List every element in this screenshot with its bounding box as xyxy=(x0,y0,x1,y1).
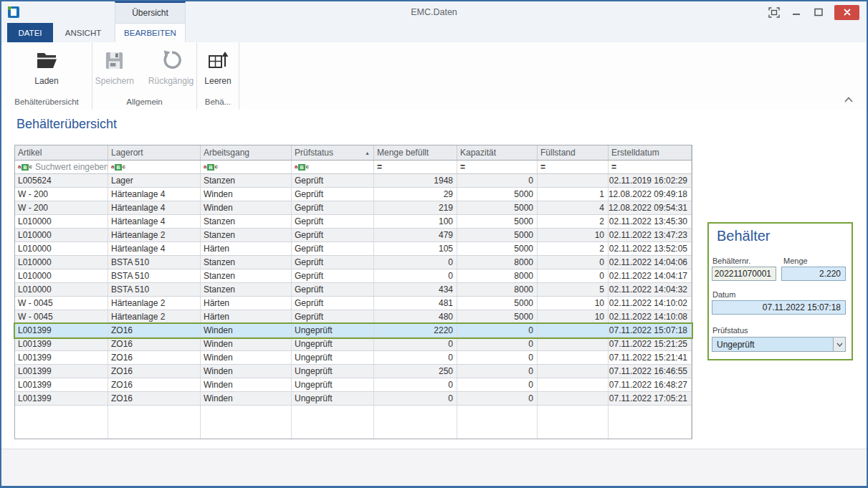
cell[interactable]: Härteanlage 2 xyxy=(108,310,201,323)
cell[interactable]: Winden xyxy=(201,365,292,378)
cell[interactable]: 5000 xyxy=(457,242,538,255)
cell[interactable] xyxy=(538,392,609,405)
cell[interactable]: Geprüft xyxy=(292,229,374,241)
cell[interactable]: 02.11.2022 14:04:17 xyxy=(609,269,692,282)
cell[interactable]: W - 0045 xyxy=(15,310,108,323)
cell[interactable]: 219 xyxy=(374,201,457,214)
cell[interactable]: 0 xyxy=(538,269,609,282)
cell[interactable]: 2 xyxy=(538,242,609,255)
cell[interactable]: L010000 xyxy=(15,269,108,282)
cell[interactable]: Stanzen xyxy=(201,283,292,296)
table-row[interactable]: W - 0045Härteanlage 2HärtenGeprüft480500… xyxy=(15,310,692,324)
cell[interactable]: Härteanlage 2 xyxy=(108,229,201,241)
cell[interactable]: Geprüft xyxy=(292,310,374,323)
close-button[interactable] xyxy=(834,5,859,20)
cell[interactable]: Geprüft xyxy=(292,174,374,187)
cell[interactable]: L001399 xyxy=(15,351,108,364)
cell[interactable]: BSTA 510 xyxy=(108,283,201,296)
cell[interactable]: L001399 xyxy=(15,338,108,350)
cell[interactable]: 480 xyxy=(374,310,457,323)
cell[interactable]: 5000 xyxy=(457,215,538,228)
cell[interactable]: Ungeprüft xyxy=(292,365,374,378)
cell[interactable]: L010000 xyxy=(15,256,108,269)
cell[interactable]: 479 xyxy=(374,229,457,241)
cell[interactable]: Härten xyxy=(201,310,292,323)
cell[interactable]: 07.11.2022 16:48:27 xyxy=(609,378,692,391)
column-header-lagerort[interactable]: Lagerort xyxy=(108,145,201,160)
cell[interactable]: 2 xyxy=(538,215,609,228)
collapse-ribbon-button[interactable] xyxy=(844,92,854,105)
cell[interactable]: Ungeprüft xyxy=(292,392,374,405)
cell[interactable]: Geprüft xyxy=(292,201,374,214)
cell[interactable]: ZO16 xyxy=(108,378,201,391)
tab-ansicht[interactable]: ANSICHT xyxy=(57,23,109,42)
cell[interactable]: Härteanlage 4 xyxy=(108,215,201,228)
cell[interactable]: 12.08.2022 09:49:18 xyxy=(609,188,692,201)
cell[interactable]: 02.11.2022 13:45:30 xyxy=(609,215,692,228)
dropdown-button[interactable] xyxy=(833,338,845,351)
cell[interactable]: 4 xyxy=(538,201,609,214)
cell[interactable]: Stanzen xyxy=(201,174,292,187)
cell[interactable]: 07.11.2022 15:21:25 xyxy=(609,338,692,350)
cell[interactable]: Geprüft xyxy=(292,269,374,282)
filter-cell[interactable]: = xyxy=(374,161,457,173)
cell[interactable]: L010000 xyxy=(15,229,108,241)
cell[interactable]: Winden xyxy=(201,188,292,201)
cell[interactable]: Geprüft xyxy=(292,242,374,255)
cell[interactable]: L010000 xyxy=(15,283,108,296)
cell[interactable] xyxy=(538,324,609,337)
column-header-artikel[interactable]: Artikel xyxy=(15,145,108,160)
cell[interactable] xyxy=(538,338,609,350)
cell[interactable]: L010000 xyxy=(15,215,108,228)
cell[interactable]: L001399 xyxy=(15,392,108,405)
minimize-button[interactable] xyxy=(790,5,803,19)
cell[interactable]: Härten xyxy=(201,242,292,255)
cell[interactable]: 0 xyxy=(457,338,538,350)
cell[interactable]: 0 xyxy=(374,256,457,269)
cell[interactable]: L001399 xyxy=(15,378,108,391)
cell[interactable]: Ungeprüft xyxy=(292,338,374,350)
menge-field[interactable]: 2.220 xyxy=(781,267,846,281)
cell[interactable]: 07.11.2022 15:21:41 xyxy=(609,351,692,364)
cell[interactable]: 434 xyxy=(374,283,457,296)
laden-button[interactable]: Laden xyxy=(29,45,64,87)
cell[interactable]: 0 xyxy=(374,378,457,391)
table-row[interactable]: L005624LagerStanzenGeprüft1948002.11.201… xyxy=(15,174,692,188)
cell[interactable]: Härteanlage 4 xyxy=(108,201,201,214)
cell[interactable]: ZO16 xyxy=(108,365,201,378)
behaelternr-field[interactable]: 202211070001 xyxy=(712,267,776,281)
cell[interactable]: 0 xyxy=(374,392,457,405)
cell[interactable]: Härteanlage 2 xyxy=(108,297,201,310)
cell[interactable]: 5 xyxy=(538,283,609,296)
cell[interactable]: Geprüft xyxy=(292,256,374,269)
cell[interactable]: L001399 xyxy=(15,324,108,337)
cell[interactable]: 1 xyxy=(538,188,609,201)
table-row[interactable]: L010000Härteanlage 4HärtenGeprüft1055000… xyxy=(15,242,692,256)
cell[interactable]: 5000 xyxy=(457,188,538,201)
cell[interactable]: ZO16 xyxy=(108,338,201,350)
cell[interactable]: 250 xyxy=(374,365,457,378)
cell[interactable]: 29 xyxy=(374,188,457,201)
datum-field[interactable]: 07.11.2022 15:07:18 xyxy=(712,300,846,315)
cell[interactable]: 02.11.2019 16:02:29 xyxy=(609,174,692,187)
table-row[interactable]: L001399ZO16WindenUngeprüft250007.11.2022… xyxy=(15,365,692,378)
cell[interactable] xyxy=(538,365,609,378)
cell[interactable]: 10 xyxy=(538,229,609,241)
filter-cell[interactable]: aBc xyxy=(292,161,374,173)
filter-cell[interactable]: aBc xyxy=(108,161,201,173)
column-header-f-llstand[interactable]: Füllstand xyxy=(538,145,609,160)
cell[interactable]: 0 xyxy=(374,351,457,364)
cell[interactable] xyxy=(538,378,609,391)
fullscreen-button[interactable] xyxy=(768,5,781,19)
filter-cell[interactable]: aBcSuchwert eingeben xyxy=(15,161,108,173)
cell[interactable]: Ungeprüft xyxy=(292,324,374,337)
filter-cell[interactable]: = xyxy=(457,161,538,173)
column-header-kapazit-t[interactable]: Kapazität xyxy=(457,145,538,160)
cell[interactable]: 0 xyxy=(374,269,457,282)
filter-cell[interactable]: = xyxy=(609,161,692,173)
cell[interactable]: BSTA 510 xyxy=(108,256,201,269)
cell[interactable]: 5000 xyxy=(457,310,538,323)
maximize-button[interactable] xyxy=(812,5,825,19)
cell[interactable]: ZO16 xyxy=(108,392,201,405)
cell[interactable]: Stanzen xyxy=(201,215,292,228)
